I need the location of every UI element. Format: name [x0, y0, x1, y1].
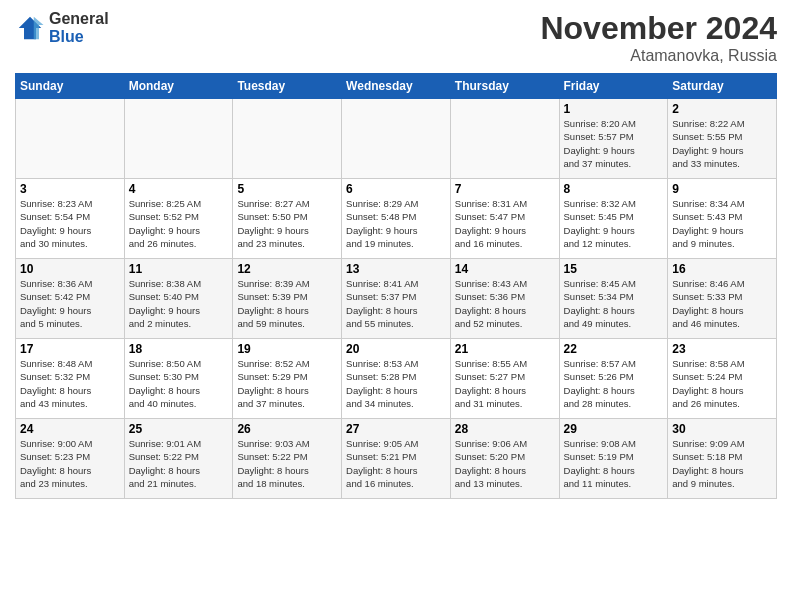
day-number: 8 — [564, 182, 664, 196]
day-number: 25 — [129, 422, 229, 436]
day-info: Sunrise: 8:48 AM Sunset: 5:32 PM Dayligh… — [20, 357, 120, 410]
day-number: 17 — [20, 342, 120, 356]
calendar-cell — [450, 99, 559, 179]
day-info: Sunrise: 9:08 AM Sunset: 5:19 PM Dayligh… — [564, 437, 664, 490]
day-of-week-header: Monday — [124, 74, 233, 99]
calendar-cell: 28Sunrise: 9:06 AM Sunset: 5:20 PM Dayli… — [450, 419, 559, 499]
svg-marker-1 — [34, 17, 44, 40]
day-info: Sunrise: 8:34 AM Sunset: 5:43 PM Dayligh… — [672, 197, 772, 250]
day-number: 13 — [346, 262, 446, 276]
logo: General Blue — [15, 10, 109, 46]
day-info: Sunrise: 8:43 AM Sunset: 5:36 PM Dayligh… — [455, 277, 555, 330]
calendar-cell: 6Sunrise: 8:29 AM Sunset: 5:48 PM Daylig… — [342, 179, 451, 259]
day-info: Sunrise: 9:00 AM Sunset: 5:23 PM Dayligh… — [20, 437, 120, 490]
calendar-week-row: 24Sunrise: 9:00 AM Sunset: 5:23 PM Dayli… — [16, 419, 777, 499]
day-info: Sunrise: 8:36 AM Sunset: 5:42 PM Dayligh… — [20, 277, 120, 330]
calendar-cell: 25Sunrise: 9:01 AM Sunset: 5:22 PM Dayli… — [124, 419, 233, 499]
day-number: 22 — [564, 342, 664, 356]
day-info: Sunrise: 8:20 AM Sunset: 5:57 PM Dayligh… — [564, 117, 664, 170]
calendar-cell — [16, 99, 125, 179]
logo-text: General Blue — [49, 10, 109, 46]
calendar-cell — [124, 99, 233, 179]
day-number: 6 — [346, 182, 446, 196]
calendar-cell: 9Sunrise: 8:34 AM Sunset: 5:43 PM Daylig… — [668, 179, 777, 259]
day-of-week-header: Wednesday — [342, 74, 451, 99]
day-number: 23 — [672, 342, 772, 356]
calendar-cell: 30Sunrise: 9:09 AM Sunset: 5:18 PM Dayli… — [668, 419, 777, 499]
day-of-week-header: Saturday — [668, 74, 777, 99]
calendar-cell: 15Sunrise: 8:45 AM Sunset: 5:34 PM Dayli… — [559, 259, 668, 339]
calendar-cell: 17Sunrise: 8:48 AM Sunset: 5:32 PM Dayli… — [16, 339, 125, 419]
day-of-week-header: Tuesday — [233, 74, 342, 99]
day-of-week-header: Thursday — [450, 74, 559, 99]
calendar-cell: 14Sunrise: 8:43 AM Sunset: 5:36 PM Dayli… — [450, 259, 559, 339]
day-number: 20 — [346, 342, 446, 356]
calendar-cell: 5Sunrise: 8:27 AM Sunset: 5:50 PM Daylig… — [233, 179, 342, 259]
day-number: 5 — [237, 182, 337, 196]
day-info: Sunrise: 8:38 AM Sunset: 5:40 PM Dayligh… — [129, 277, 229, 330]
day-info: Sunrise: 9:06 AM Sunset: 5:20 PM Dayligh… — [455, 437, 555, 490]
day-info: Sunrise: 8:45 AM Sunset: 5:34 PM Dayligh… — [564, 277, 664, 330]
calendar-cell — [233, 99, 342, 179]
day-info: Sunrise: 8:55 AM Sunset: 5:27 PM Dayligh… — [455, 357, 555, 410]
day-info: Sunrise: 8:39 AM Sunset: 5:39 PM Dayligh… — [237, 277, 337, 330]
calendar-cell: 11Sunrise: 8:38 AM Sunset: 5:40 PM Dayli… — [124, 259, 233, 339]
title-block: November 2024 Atamanovka, Russia — [540, 10, 777, 65]
day-info: Sunrise: 8:31 AM Sunset: 5:47 PM Dayligh… — [455, 197, 555, 250]
calendar-cell: 13Sunrise: 8:41 AM Sunset: 5:37 PM Dayli… — [342, 259, 451, 339]
day-number: 19 — [237, 342, 337, 356]
calendar-cell: 3Sunrise: 8:23 AM Sunset: 5:54 PM Daylig… — [16, 179, 125, 259]
logo-icon — [15, 13, 45, 43]
day-number: 3 — [20, 182, 120, 196]
calendar-cell: 19Sunrise: 8:52 AM Sunset: 5:29 PM Dayli… — [233, 339, 342, 419]
day-info: Sunrise: 8:27 AM Sunset: 5:50 PM Dayligh… — [237, 197, 337, 250]
day-number: 16 — [672, 262, 772, 276]
day-info: Sunrise: 8:23 AM Sunset: 5:54 PM Dayligh… — [20, 197, 120, 250]
calendar-cell: 2Sunrise: 8:22 AM Sunset: 5:55 PM Daylig… — [668, 99, 777, 179]
header-row: SundayMondayTuesdayWednesdayThursdayFrid… — [16, 74, 777, 99]
day-info: Sunrise: 9:05 AM Sunset: 5:21 PM Dayligh… — [346, 437, 446, 490]
calendar-cell: 24Sunrise: 9:00 AM Sunset: 5:23 PM Dayli… — [16, 419, 125, 499]
calendar-cell: 16Sunrise: 8:46 AM Sunset: 5:33 PM Dayli… — [668, 259, 777, 339]
header: General Blue November 2024 Atamanovka, R… — [15, 10, 777, 65]
day-number: 24 — [20, 422, 120, 436]
calendar-body: 1Sunrise: 8:20 AM Sunset: 5:57 PM Daylig… — [16, 99, 777, 499]
calendar-cell: 8Sunrise: 8:32 AM Sunset: 5:45 PM Daylig… — [559, 179, 668, 259]
calendar-header: SundayMondayTuesdayWednesdayThursdayFrid… — [16, 74, 777, 99]
day-info: Sunrise: 9:09 AM Sunset: 5:18 PM Dayligh… — [672, 437, 772, 490]
day-number: 2 — [672, 102, 772, 116]
day-of-week-header: Friday — [559, 74, 668, 99]
day-number: 21 — [455, 342, 555, 356]
day-number: 14 — [455, 262, 555, 276]
day-number: 18 — [129, 342, 229, 356]
day-number: 29 — [564, 422, 664, 436]
day-info: Sunrise: 8:32 AM Sunset: 5:45 PM Dayligh… — [564, 197, 664, 250]
calendar-cell: 27Sunrise: 9:05 AM Sunset: 5:21 PM Dayli… — [342, 419, 451, 499]
calendar-week-row: 1Sunrise: 8:20 AM Sunset: 5:57 PM Daylig… — [16, 99, 777, 179]
day-info: Sunrise: 8:52 AM Sunset: 5:29 PM Dayligh… — [237, 357, 337, 410]
day-number: 9 — [672, 182, 772, 196]
calendar-cell: 29Sunrise: 9:08 AM Sunset: 5:19 PM Dayli… — [559, 419, 668, 499]
day-number: 11 — [129, 262, 229, 276]
page-container: General Blue November 2024 Atamanovka, R… — [0, 0, 792, 509]
day-info: Sunrise: 8:41 AM Sunset: 5:37 PM Dayligh… — [346, 277, 446, 330]
day-number: 30 — [672, 422, 772, 436]
day-info: Sunrise: 8:50 AM Sunset: 5:30 PM Dayligh… — [129, 357, 229, 410]
calendar: SundayMondayTuesdayWednesdayThursdayFrid… — [15, 73, 777, 499]
day-info: Sunrise: 9:01 AM Sunset: 5:22 PM Dayligh… — [129, 437, 229, 490]
calendar-week-row: 17Sunrise: 8:48 AM Sunset: 5:32 PM Dayli… — [16, 339, 777, 419]
day-number: 1 — [564, 102, 664, 116]
calendar-cell: 7Sunrise: 8:31 AM Sunset: 5:47 PM Daylig… — [450, 179, 559, 259]
day-number: 4 — [129, 182, 229, 196]
day-number: 10 — [20, 262, 120, 276]
calendar-cell: 26Sunrise: 9:03 AM Sunset: 5:22 PM Dayli… — [233, 419, 342, 499]
calendar-cell: 12Sunrise: 8:39 AM Sunset: 5:39 PM Dayli… — [233, 259, 342, 339]
day-number: 27 — [346, 422, 446, 436]
day-info: Sunrise: 8:25 AM Sunset: 5:52 PM Dayligh… — [129, 197, 229, 250]
day-info: Sunrise: 8:46 AM Sunset: 5:33 PM Dayligh… — [672, 277, 772, 330]
calendar-cell: 22Sunrise: 8:57 AM Sunset: 5:26 PM Dayli… — [559, 339, 668, 419]
day-number: 26 — [237, 422, 337, 436]
day-info: Sunrise: 9:03 AM Sunset: 5:22 PM Dayligh… — [237, 437, 337, 490]
day-info: Sunrise: 8:29 AM Sunset: 5:48 PM Dayligh… — [346, 197, 446, 250]
day-info: Sunrise: 8:22 AM Sunset: 5:55 PM Dayligh… — [672, 117, 772, 170]
